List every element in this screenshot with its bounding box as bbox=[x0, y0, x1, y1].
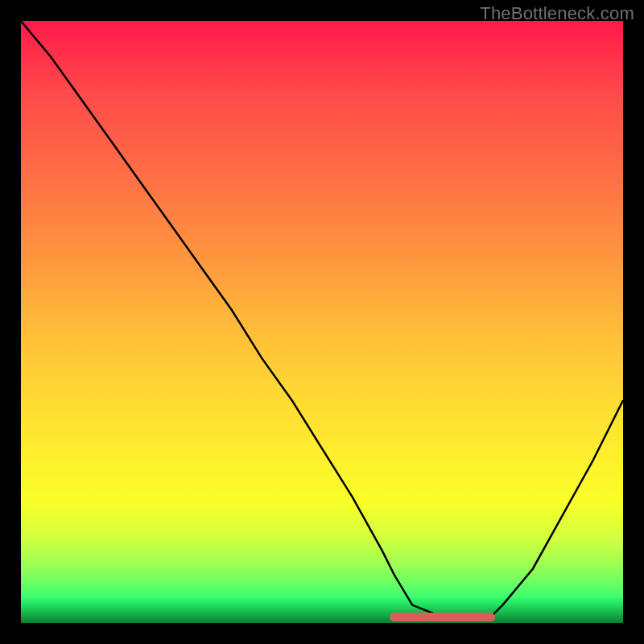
watermark-text: TheBottleneck.com bbox=[480, 3, 634, 24]
chart-svg bbox=[21, 21, 623, 623]
bottleneck-curve bbox=[21, 21, 623, 617]
plot-area bbox=[21, 21, 623, 623]
chart-stage: TheBottleneck.com bbox=[0, 0, 644, 644]
